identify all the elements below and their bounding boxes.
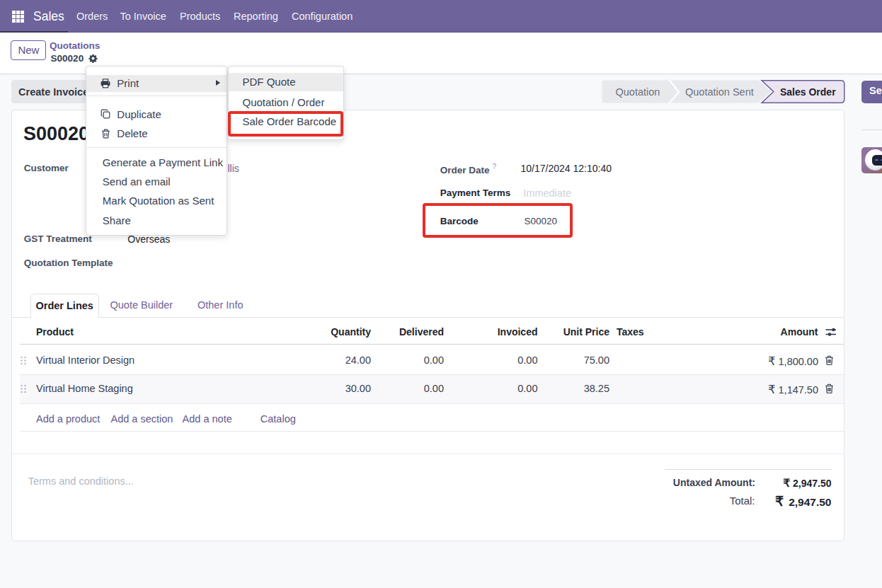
svg-text:Quotation: Quotation [616,86,660,98]
svg-text:Quotation Sent: Quotation Sent [685,86,754,98]
svg-text:Sales Order: Sales Order [780,86,836,98]
